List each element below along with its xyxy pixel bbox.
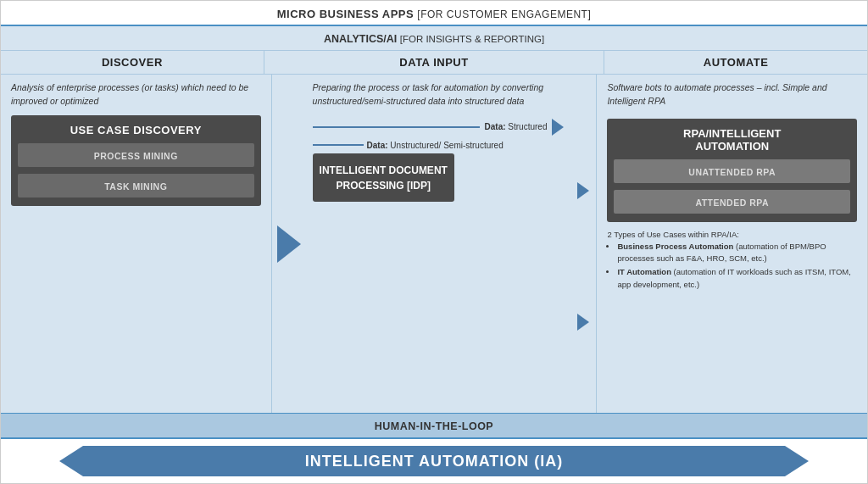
automate-note-1: IT Automation (automation of IT workload… <box>617 266 857 291</box>
automate-notes-intro: 2 Types of Use Cases within RPA/IA: <box>607 229 857 241</box>
unstructured-label-row: Data: Unstructured/ Semi-structured <box>313 141 504 150</box>
discover-sub-item-1: TASK MINING <box>18 174 254 197</box>
analytics-label: ANALYTICS/AI [FOR INSIGHTS & REPORTING] <box>324 33 544 45</box>
top-bar-sub: [FOR CUSTOMER ENGAGEMENT] <box>417 8 591 20</box>
discover-box: USE CASE DISCOVERY PROCESS MINING TASK M… <box>11 115 261 206</box>
col-headers: DISCOVER DATA INPUT AUTOMATE <box>1 51 867 75</box>
structured-label: Data: Structured <box>485 122 548 131</box>
data-input-description: Preparing the process or task for automa… <box>313 81 565 108</box>
automate-sub-item-text-1: ATTENDED RPA <box>695 197 769 208</box>
structured-line <box>313 126 480 128</box>
discover-sub-item-text-0: PROCESS MINING <box>94 151 178 161</box>
idp-box: INTELLIGENT DOCUMENTPROCESSING [IDP] <box>313 153 454 203</box>
automate-description: Software bots to automate processes – in… <box>607 81 857 108</box>
data-input-col-wrapper: Preparing the process or task for automa… <box>272 75 598 413</box>
datainput-to-automate-arrow-bottom <box>577 314 589 331</box>
automate-box-title: RPA/INTELLIGENTAUTOMATION <box>683 127 781 153</box>
ia-arrow-body: INTELLIGENT AUTOMATION (IA) <box>83 446 785 476</box>
unstructured-row: Data: Unstructured/ Semi-structured INTE… <box>313 141 565 203</box>
structured-row: Data: Structured <box>313 119 565 136</box>
top-bar: MICRO BUSINESS APPS [FOR CUSTOMER ENGAGE… <box>1 1 867 26</box>
hitl-bar: HUMAN-IN-THE-LOOP <box>1 413 867 437</box>
analytics-main: ANALYTICS/AI <box>324 33 397 45</box>
top-bar-label: MICRO BUSINESS APPS [FOR CUSTOMER ENGAGE… <box>277 8 592 20</box>
discover-description: Analysis of enterprise processes (or tas… <box>11 81 261 108</box>
automate-box: RPA/INTELLIGENTAUTOMATION UNATTENDED RPA… <box>607 119 857 222</box>
unstructured-content: Data: Unstructured/ Semi-structured INTE… <box>313 141 565 203</box>
discover-col: Analysis of enterprise processes (or tas… <box>1 75 272 413</box>
ia-arrow-right <box>785 446 809 476</box>
automate-notes-list: Business Process Automation (automation … <box>607 241 857 291</box>
discover-sub-item-0: PROCESS MINING <box>18 143 254 167</box>
ia-arrow-left <box>59 446 83 476</box>
ia-arrow-container: INTELLIGENT AUTOMATION (IA) <box>59 446 809 476</box>
connector-left <box>272 75 306 413</box>
data-input-header: DATA INPUT <box>264 51 604 74</box>
main-wrapper: zinnov MICRO BUSINESS APPS [FOR CUSTOMER… <box>0 0 868 484</box>
columns-container: DISCOVER DATA INPUT AUTOMATE Analysis of… <box>1 51 867 413</box>
unstructured-left-line <box>313 144 364 146</box>
automate-note-0: Business Process Automation (automation … <box>617 241 857 265</box>
automate-sub-item-text-0: UNATTENDED RPA <box>688 167 776 177</box>
idp-box-title: INTELLIGENT DOCUMENTPROCESSING [IDP] <box>320 164 448 192</box>
data-input-main: Preparing the process or task for automa… <box>306 75 571 413</box>
structured-arrow <box>552 119 564 136</box>
discover-sub-item-text-1: TASK MINING <box>104 181 167 192</box>
automate-sub-item-0: UNATTENDED RPA <box>614 159 850 183</box>
automate-col: Software bots to automate processes – in… <box>597 75 867 413</box>
connector-right <box>570 75 596 413</box>
datainput-to-automate-arrow-top <box>577 182 589 199</box>
discover-to-datainput-arrow <box>277 225 301 263</box>
unstructured-label: Data: Unstructured/ Semi-structured <box>367 141 504 150</box>
top-bar-main: MICRO BUSINESS APPS <box>277 8 414 20</box>
ia-label: INTELLIGENT AUTOMATION (IA) <box>305 453 564 470</box>
automate-sub-item-1: ATTENDED RPA <box>614 190 850 214</box>
analytics-sub: [FOR INSIGHTS & REPORTING] <box>400 34 544 44</box>
main-area: DISCOVER DATA INPUT AUTOMATE Analysis of… <box>1 51 867 413</box>
cols-content: Analysis of enterprise processes (or tas… <box>1 75 867 413</box>
analytics-bar: ANALYTICS/AI [FOR INSIGHTS & REPORTING] <box>1 26 867 51</box>
automate-header: AUTOMATE <box>604 51 867 74</box>
discover-box-title: USE CASE DISCOVERY <box>70 124 202 136</box>
hitl-label: HUMAN-IN-THE-LOOP <box>375 420 493 432</box>
automate-notes: 2 Types of Use Cases within RPA/IA: Busi… <box>607 229 857 292</box>
ia-bar: INTELLIGENT AUTOMATION (IA) <box>1 437 867 483</box>
discover-header: DISCOVER <box>1 51 264 74</box>
